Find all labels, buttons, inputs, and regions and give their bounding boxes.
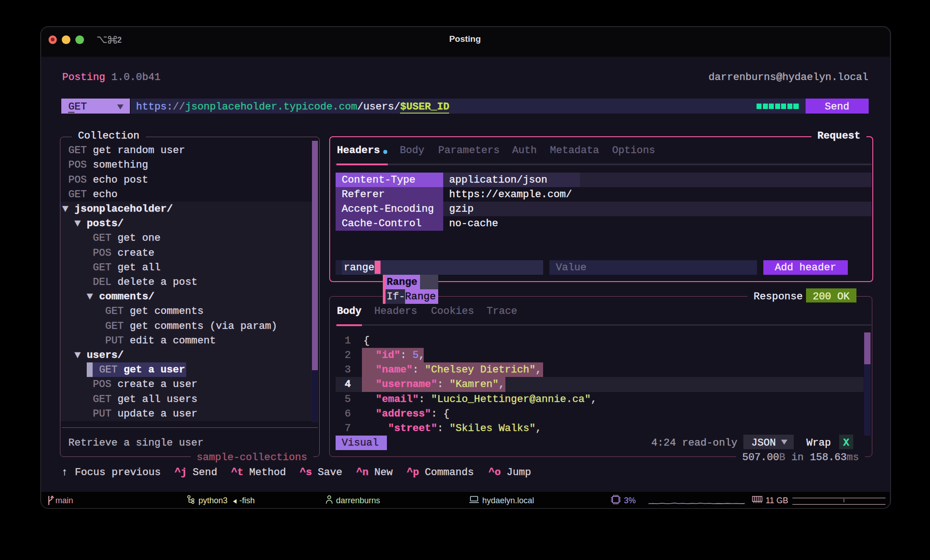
svg-text:2: 2 [117, 35, 122, 45]
